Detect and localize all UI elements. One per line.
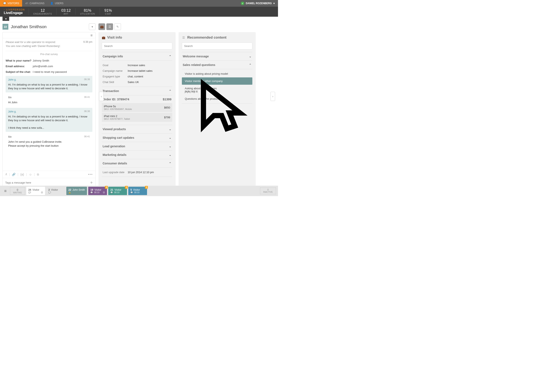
kv-row: Last upgrade date10 jun 2014 12:10 pm: [103, 169, 171, 175]
rec-item[interactable]: Visitor mentions other company: [182, 77, 252, 85]
acc-transaction[interactable]: Transaction⌃: [102, 87, 172, 95]
session-tab[interactable]: 24Visitor💬☹: [26, 187, 45, 195]
acc-shopping-cart-updates[interactable]: Shopping cart updates⌄: [102, 133, 172, 142]
chevron-down-icon: ⌄: [169, 145, 171, 148]
chat-message: John g.06:38Hi. I'm debating on what to …: [6, 76, 93, 92]
system-message: Please wait for a site operator to respo…: [6, 40, 93, 44]
menu-icon[interactable]: ≡: [2, 188, 9, 193]
edit-button[interactable]: ✎: [114, 23, 121, 30]
chat-options-button[interactable]: ▾: [89, 23, 95, 30]
briefcase-icon: 💼: [100, 25, 104, 28]
cursor-icon: [185, 79, 248, 143]
library-icon: ☰: [108, 25, 111, 28]
waiting-counter: 0WAITING: [10, 187, 25, 195]
chevron-icon: ⌃: [249, 63, 252, 67]
unread-badge: 3: [105, 186, 108, 189]
link-icon[interactable]: 🔗: [12, 173, 15, 176]
library-button[interactable]: ☰: [106, 23, 113, 30]
visit-search-input[interactable]: [102, 43, 172, 49]
chevron-down-icon: ▾: [92, 25, 93, 28]
logo: ◦ LIVEPERSON LiveEngage: [0, 8, 29, 15]
pager-dots[interactable]: •••: [88, 172, 93, 176]
compose-toolbar: A| 🔗| {a}| ☺| ⧉ •••: [3, 171, 95, 178]
rec-item[interactable]: Visitor is asking about pricing model: [182, 70, 252, 77]
library-icon: ☰: [182, 36, 185, 39]
macro-icon[interactable]: {a}: [20, 173, 24, 176]
emoji-icon[interactable]: ☺: [29, 173, 32, 176]
visit-info-panel: 💼Visit info Campaign info⌃ GoalIncrease …: [98, 32, 176, 187]
chevron-down-icon: ⌄: [169, 153, 171, 157]
inactive-counter: 0INACTIVE: [260, 188, 276, 194]
metric: 03:12AHT: [56, 8, 75, 15]
session-tab[interactable]: 2Visitor💬: [46, 187, 65, 195]
monitor-icon: 🖥: [90, 34, 93, 37]
recommended-panel: ☰Recommended content Welcome message⌄Sal…: [178, 32, 256, 187]
status-online-icon: ✓: [241, 2, 244, 5]
expand-toggle[interactable]: ▾: [2, 17, 9, 21]
chat-icon: 💬: [130, 191, 133, 194]
chat-icon: 💬: [28, 191, 31, 194]
unread-badge: 1: [145, 186, 148, 189]
chat-icon: 💬: [48, 191, 51, 194]
rec-group-welcome-message[interactable]: Welcome message⌄: [182, 52, 252, 61]
chevron-down-icon: ⌄: [169, 127, 171, 131]
metrics-bar: ◦ LIVEPERSON LiveEngage 12ENGAGEMENTS03:…: [0, 7, 278, 17]
metric: 81%UTILIZATION: [75, 8, 100, 15]
edit-icon: ✎: [116, 25, 119, 28]
acc-lead-generation[interactable]: Lead generation⌄: [102, 142, 172, 151]
user-menu[interactable]: ✓ DANIEL ROZENBERG ▾: [238, 2, 278, 5]
tag-icon: 🏷: [25, 2, 28, 5]
tab-users[interactable]: 👤USERS: [47, 0, 66, 7]
kv-row: Campaign nameIncrease tablet sales: [103, 68, 171, 74]
chat-icon: 💬: [110, 191, 113, 194]
acc-consumer-details[interactable]: Consumer details⌃: [102, 159, 172, 168]
survey-row: Email address:john@smith.com: [6, 65, 93, 68]
tab-visitors[interactable]: 💬VISITORS: [0, 0, 22, 7]
metric: 91%CSAT: [100, 8, 116, 15]
rec-search-input[interactable]: [182, 43, 252, 49]
top-nav: 💬VISITORS 🏷CAMPAIGNS 👤USERS ✓ DANIEL ROZ…: [0, 0, 278, 7]
kv-row: GoalIncrease sales: [103, 62, 171, 68]
chat-icon: 💬: [90, 191, 93, 194]
kv-row: Engagent typechat, content: [103, 74, 171, 79]
visitor-number-badge: 22: [2, 24, 8, 30]
session-tab[interactable]: 22John Smith🔒: [66, 187, 87, 195]
chat-message: Me06:41Hi John: [6, 94, 93, 106]
user-icon: 👤: [50, 2, 54, 5]
acc-viewed-products[interactable]: Viewed products⌄: [102, 125, 172, 133]
chat-message: John g.06:38Hi. I'm debating on what to …: [6, 108, 93, 132]
visitor-name: Jonathan Smithson: [11, 24, 86, 29]
acc-marketing-details[interactable]: Marketing details⌄: [102, 151, 172, 159]
survey-row: Subject of the chat:I need to reset my p…: [6, 70, 93, 73]
chat-icon: 💬: [3, 2, 6, 5]
line-item: iPhone 5sSKU: #2678565897, Mobile$650: [102, 103, 172, 112]
chat-transcript[interactable]: 6:38 pmPlease wait for a site operator t…: [3, 38, 95, 171]
tab-campaigns[interactable]: 🏷CAMPAIGNS: [22, 0, 47, 7]
system-time: 6:38 pm: [83, 40, 93, 43]
chevron-down-icon: ▾: [273, 2, 275, 5]
unread-badge: 1: [125, 186, 128, 189]
line-item: iPad mini 2SKU: #267879877, Tablet$799: [102, 113, 172, 122]
chevron-up-icon: ⌃: [169, 55, 171, 58]
briefcase-icon: 💼: [102, 36, 105, 39]
acc-campaign-info[interactable]: Campaign info⌃: [102, 52, 172, 61]
chevron-up-icon: ⌃: [169, 89, 171, 93]
prev-arrow[interactable]: ‹: [99, 92, 104, 101]
session-tab[interactable]: 5Visitor💬00:101: [128, 187, 147, 195]
message-input[interactable]: [5, 181, 90, 184]
metric: 12ENGAGEMENTS: [29, 8, 56, 15]
bottom-bar: ≡ 0WAITING 24Visitor💬☹2Visitor💬22John Sm…: [0, 186, 278, 196]
kv-row: Chat SkillSales UK: [103, 79, 171, 85]
session-tab[interactable]: 21Visitor💬00:101: [108, 187, 127, 195]
chat-message: Me06:41John i'm send you a gulded CoBrow…: [6, 133, 93, 149]
chevron-up-icon: ⌃: [169, 162, 171, 165]
rec-group-sales-related-questions[interactable]: Sales related questions⌃: [182, 61, 252, 69]
lock-icon: 🔒: [68, 191, 71, 194]
send-icon[interactable]: ✈: [90, 181, 93, 185]
italic-icon[interactable]: A: [5, 173, 7, 176]
briefcase-button[interactable]: 💼: [98, 23, 105, 30]
next-arrow[interactable]: ›: [270, 92, 275, 101]
chevron-down-icon: ⌄: [169, 136, 171, 139]
session-tab[interactable]: 19Visitor💬00:10☹3: [88, 187, 107, 195]
screen-icon[interactable]: ⧉: [37, 173, 39, 176]
